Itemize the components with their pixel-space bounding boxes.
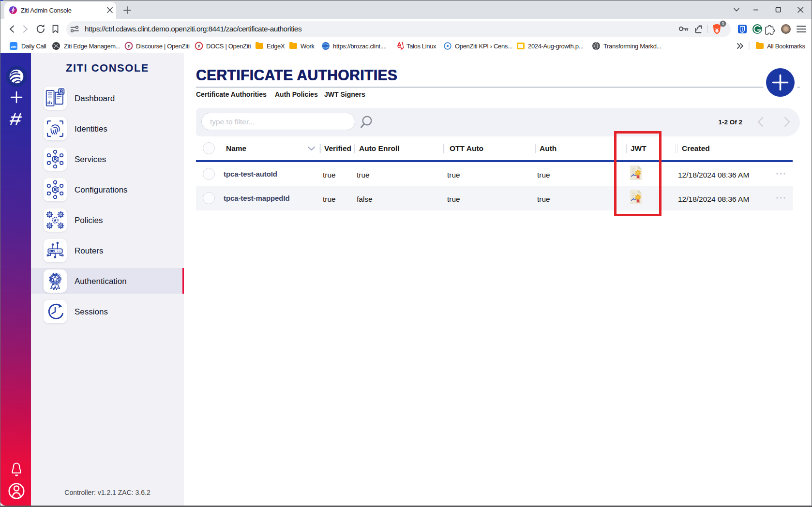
svg-text:zm: zm — [11, 45, 16, 49]
svg-text:1: 1 — [722, 21, 724, 26]
